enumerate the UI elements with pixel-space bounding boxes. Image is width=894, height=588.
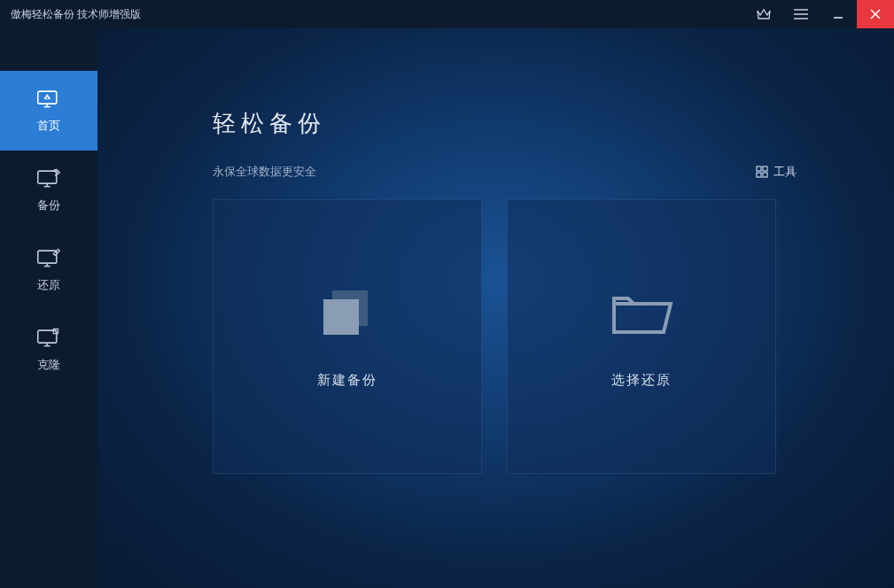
tools-link[interactable]: 工具	[756, 164, 797, 180]
svg-rect-23	[323, 299, 359, 335]
menu-button[interactable]	[782, 0, 820, 28]
sidebar-item-label: 备份	[37, 197, 60, 213]
close-button[interactable]	[857, 0, 894, 28]
titlebar: 傲梅轻松备份 技术师增强版	[0, 0, 894, 28]
select-restore-card[interactable]: 选择还原	[507, 199, 776, 474]
card-label: 选择还原	[611, 372, 672, 389]
svg-rect-21	[763, 173, 767, 177]
tools-link-label: 工具	[774, 164, 797, 180]
backup-icon	[36, 167, 61, 189]
crown-button[interactable]	[745, 0, 782, 28]
sidebar-item-label: 首页	[37, 118, 60, 134]
svg-rect-12	[38, 251, 57, 263]
sidebar-item-clone[interactable]: 克隆	[0, 310, 97, 390]
minimize-icon	[832, 8, 844, 20]
page-subtitle: 永保全球数据更安全	[213, 164, 316, 180]
svg-rect-9	[38, 171, 57, 183]
page-title: 轻松备份	[213, 108, 797, 139]
card-label: 新建备份	[317, 372, 377, 389]
new-backup-card[interactable]: 新建备份	[213, 199, 482, 474]
sidebar: 首页 备份 还原	[0, 28, 97, 588]
sidebar-item-label: 还原	[37, 277, 60, 293]
app-title: 傲梅轻松备份 技术师增强版	[11, 7, 141, 22]
folder-icon	[609, 285, 674, 342]
home-icon	[36, 88, 61, 109]
crown-icon	[757, 8, 771, 20]
svg-rect-20	[757, 173, 761, 177]
sidebar-item-home[interactable]: 首页	[0, 71, 97, 151]
sidebar-item-restore[interactable]: 还原	[0, 230, 97, 310]
restore-icon	[36, 247, 61, 268]
main-content: 轻松备份 永保全球数据更安全 工具	[97, 28, 894, 588]
menu-icon	[794, 9, 808, 19]
svg-rect-6	[38, 91, 57, 104]
stack-icon	[315, 285, 380, 342]
clone-icon	[36, 327, 61, 348]
minimize-button[interactable]	[820, 0, 857, 28]
grid-icon	[756, 166, 768, 178]
sidebar-item-backup[interactable]: 备份	[0, 151, 97, 230]
sidebar-item-label: 克隆	[37, 357, 60, 373]
svg-rect-19	[763, 166, 767, 171]
svg-rect-18	[757, 166, 761, 171]
close-icon	[869, 8, 882, 20]
